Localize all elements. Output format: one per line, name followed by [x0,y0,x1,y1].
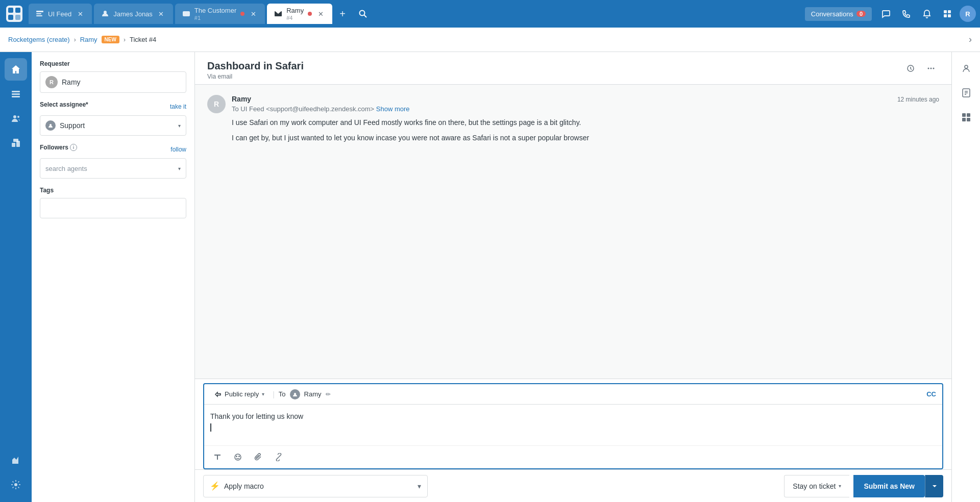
svg-rect-43 [967,118,970,121]
tab-close-customer[interactable]: ✕ [249,9,258,18]
message-body: Ramy 12 minutes ago To UI Feed <support@… [232,95,939,148]
link-btn[interactable] [272,450,286,464]
attachment-btn[interactable] [251,450,265,464]
svg-point-32 [236,456,237,457]
right-nav-user-icon[interactable] [956,58,976,79]
tab-close-ui-feed[interactable]: ✕ [76,9,85,18]
stay-on-ticket-button[interactable]: Stay on ticket ▾ [784,475,849,497]
svg-rect-41 [967,113,970,117]
submit-dropdown-button[interactable] [925,475,943,497]
svg-rect-14 [944,14,947,17]
edit-icon[interactable]: ✏ [326,391,331,398]
user-avatar-btn[interactable]: R [960,6,976,22]
tab-ui-feed[interactable]: UI Feed ✕ [29,4,92,24]
breadcrumb-home[interactable]: Rocketgems (create) [8,36,70,43]
svg-rect-16 [12,91,20,92]
svg-rect-23 [13,139,18,142]
svg-point-27 [928,68,929,69]
followers-label: Followers i [40,144,77,151]
submit-as-new-button[interactable]: Submit as New [853,475,925,497]
svg-rect-18 [12,96,20,97]
tab-close-james[interactable]: ✕ [157,9,166,18]
tags-group: Tags [40,187,186,218]
reply-cursor [210,423,211,432]
apply-macro-button[interactable]: ⚡ Apply macro ▾ [203,475,428,497]
message-to: To UI Feed <support@uifeedhelp.zendesk.c… [232,105,939,113]
grid-icon-btn[interactable] [939,6,955,22]
breadcrumb-bar: Rocketgems (create) › Ramy NEW › Ticket … [0,28,980,52]
assignee-select-inner: Support [45,120,175,131]
tags-input[interactable] [40,198,186,218]
svg-point-35 [965,65,968,68]
format-text-btn[interactable] [210,450,225,464]
svg-rect-17 [12,93,20,95]
message-author: Ramy [232,95,251,103]
requester-input[interactable]: R Ramy [40,71,186,93]
svg-line-11 [364,15,367,18]
message-text-line1: I use Safari on my work computer and UI … [232,117,939,128]
svg-point-19 [13,115,16,118]
to-name: Ramy [304,390,322,398]
bell-icon-btn[interactable] [919,6,935,22]
to-label: To [279,390,286,398]
to-avatar [290,389,300,399]
bottom-bar: ⚡ Apply macro ▾ Stay on ticket ▾ Submit … [195,469,951,502]
nav-item-views[interactable] [5,83,27,105]
assignee-select[interactable]: Support ▾ [40,115,186,136]
svg-point-33 [239,456,240,457]
tab-icon-feed [36,10,44,18]
tab-the-customer[interactable]: The Customer #1 ✕ [175,4,265,24]
ticket-title: Dashboard in Safari [207,60,304,72]
nav-item-users[interactable] [5,107,27,130]
tab-search-button[interactable] [355,6,371,22]
tab-james-jonas[interactable]: James Jonas ✕ [94,4,173,24]
apply-macro-label: Apply macro [224,482,413,490]
tags-label: Tags [40,187,186,194]
phone-icon-btn[interactable] [898,6,915,22]
svg-line-34 [278,456,280,459]
nav-item-home[interactable] [5,58,27,81]
take-it-link[interactable]: take it [170,103,186,110]
conversations-button[interactable]: Conversations 0 [805,7,872,21]
reply-content[interactable]: Thank you for letting us know [204,405,942,445]
app-logo [4,4,24,24]
emoji-btn[interactable] [231,450,245,464]
svg-point-28 [930,68,932,69]
tab-dot-ramy [308,12,312,16]
assignee-group: Select assignee* take it Support ▾ [40,101,186,136]
show-more-link[interactable]: Show more [376,105,410,113]
ticket-via: Via email [207,73,304,80]
svg-rect-15 [948,14,951,17]
followers-info-icon[interactable]: i [70,144,77,151]
breadcrumb-chevron-btn[interactable]: › [969,34,972,45]
more-options-btn[interactable] [923,60,939,77]
tab-ramy[interactable]: Ramy #4 ✕ [267,4,332,24]
message-avatar: R [207,95,226,113]
nav-item-organizations[interactable] [5,132,27,154]
history-icon-btn[interactable] [902,60,919,77]
cc-button[interactable]: CC [926,390,936,398]
message-item: R Ramy 12 minutes ago To UI Feed <suppor… [207,95,939,148]
message-time: 12 minutes ago [897,96,939,103]
breadcrumb-current: Ticket #4 [130,36,156,43]
right-nav-apps-icon[interactable] [956,107,976,128]
tab-dot-customer [240,12,244,16]
requester-group: Requester R Ramy [40,60,186,93]
tab-icon-james [101,10,109,18]
submit-group: Submit as New [853,475,943,497]
tab-icon-ramy [274,10,282,18]
nav-item-admin[interactable] [5,473,27,496]
macro-icon: ⚡ [210,481,220,491]
right-sidebar [951,52,980,502]
reply-type-btn[interactable]: Public reply ▾ [210,388,268,400]
tab-close-ramy[interactable]: ✕ [316,9,325,18]
add-tab-button[interactable]: + [334,6,351,22]
breadcrumb-parent[interactable]: Ramy [80,36,97,43]
right-nav-knowledge-icon[interactable] [956,83,976,103]
tab-sub-ramy: #4 [286,15,304,21]
follow-link[interactable]: follow [170,146,186,153]
chat-icon-btn[interactable] [878,6,894,22]
followers-select[interactable]: search agents ▾ [40,158,186,179]
nav-item-reports[interactable] [5,449,27,471]
reply-toolbar: Public reply ▾ | To Ramy ✏ CC [204,384,942,405]
